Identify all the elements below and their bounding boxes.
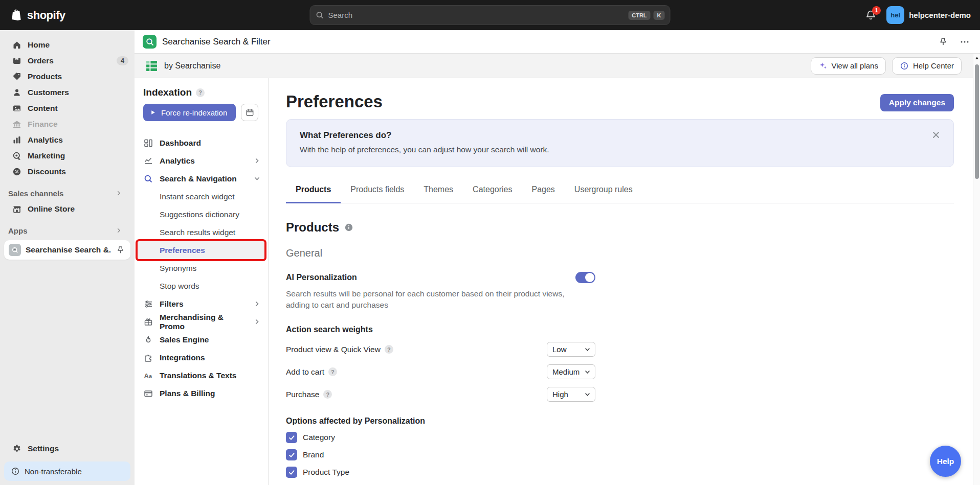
sidebar-item-marketing[interactable]: Marketing (0, 148, 135, 164)
help-badge[interactable]: ? (328, 367, 337, 376)
nav-item-integrations[interactable]: Integrations (135, 349, 268, 366)
nav-item-instant-search-widget[interactable]: Instant search widget (135, 188, 268, 205)
help-fab-button[interactable]: Help (930, 446, 961, 477)
scrollbar-thumb[interactable] (975, 64, 979, 179)
force-reindexation-button[interactable]: Force re-indexation (143, 104, 236, 121)
nav-item-translations-texts[interactable]: Aa Translations & Texts (135, 366, 268, 384)
nav-item-merchandising-promo[interactable]: Merchandising & Promo (135, 313, 268, 331)
line-chart-icon (143, 156, 153, 166)
searchanise-app-icon (9, 244, 21, 256)
apply-changes-button[interactable]: Apply changes (880, 94, 954, 111)
sidebar-item-content[interactable]: Content (0, 100, 135, 116)
brand-checkbox[interactable] (286, 449, 297, 460)
search-input[interactable] (328, 11, 626, 19)
pin-icon[interactable] (938, 37, 948, 47)
info-banner: What Preferences do? With the help of pr… (286, 119, 954, 167)
weight-row-product-view: Product view & Quick View ? Low (286, 342, 595, 357)
help-center-button[interactable]: Help Center (892, 57, 962, 75)
notifications-button[interactable]: 1 (864, 9, 877, 22)
tab-products-fields[interactable]: Products fields (341, 185, 414, 203)
info-icon[interactable] (344, 223, 353, 232)
weight-row-purchase: Purchase ? High (286, 387, 595, 402)
search-icon (316, 11, 324, 19)
option-category: Category (286, 432, 595, 443)
svg-text:a: a (149, 373, 152, 379)
more-menu-icon[interactable] (960, 37, 970, 47)
sidebar-item-analytics[interactable]: Analytics (0, 132, 135, 148)
sidebar-section-apps[interactable]: Apps (0, 223, 135, 238)
banner-title: What Preferences do? (300, 130, 940, 141)
flame-icon (143, 335, 153, 345)
shopify-admin: shopify CTRL K 1 hel helpcenter-demo (0, 0, 980, 485)
sidebar-item-settings[interactable]: Settings (0, 441, 135, 456)
pin-icon[interactable] (116, 245, 125, 255)
typography-icon: Aa (143, 371, 153, 381)
close-icon[interactable] (931, 130, 941, 140)
nav-item-filters[interactable]: Filters (135, 295, 268, 313)
tab-pages[interactable]: Pages (522, 185, 564, 203)
chevron-down-icon (253, 175, 261, 182)
sliders-icon (143, 299, 153, 309)
ai-personalization-label: AI Personalization (286, 273, 357, 282)
nav-item-suggestions-dictionary[interactable]: Suggestions dictionary (135, 205, 268, 223)
nav-item-preferences[interactable]: Preferences (138, 241, 264, 259)
vertical-scrollbar[interactable] (973, 54, 980, 485)
notification-count-badge: 1 (872, 6, 881, 15)
product-type-checkbox[interactable] (286, 467, 297, 478)
chevron-right-icon (253, 318, 261, 326)
help-badge[interactable]: ? (385, 345, 393, 354)
info-circle-icon (900, 61, 909, 71)
app-titlebar: Searchanise Search & Filter (135, 30, 980, 54)
chevron-down-icon (584, 346, 591, 353)
tab-usergroup-rules[interactable]: Usergroup rules (565, 185, 642, 203)
sidebar-item-customers[interactable]: Customers (0, 84, 135, 100)
home-icon (12, 40, 22, 50)
sidebar-item-products[interactable]: Products (0, 68, 135, 84)
user-menu[interactable]: hel helpcenter-demo (886, 6, 971, 24)
chevron-right-icon (115, 227, 122, 234)
nav-item-dashboard[interactable]: Dashboard (135, 134, 268, 152)
tab-themes[interactable]: Themes (414, 185, 463, 203)
sidebar-item-online-store[interactable]: Online Store (0, 201, 135, 217)
option-brand: Brand (286, 449, 595, 460)
category-checkbox[interactable] (286, 432, 297, 443)
main-sidebar: Home Orders 4 Products Customers Content (0, 30, 135, 485)
nav-item-search-navigation[interactable]: Search & Navigation (135, 170, 268, 188)
sidebar-item-finance[interactable]: Finance (0, 116, 135, 132)
store-name: helpcenter-demo (909, 11, 971, 19)
play-icon (149, 109, 157, 116)
ai-personalization-toggle[interactable] (575, 272, 595, 283)
nav-item-stop-words[interactable]: Stop words (135, 277, 268, 295)
scroll-up-arrow[interactable] (975, 56, 979, 60)
help-badge[interactable]: ? (196, 88, 205, 97)
nav-item-sales-engine[interactable]: Sales Engine (135, 331, 268, 349)
shopify-logo[interactable]: shopify (0, 8, 65, 22)
product-view-weight-select[interactable]: Low (547, 342, 595, 357)
section-title: Products (286, 220, 339, 235)
bar-chart-icon (12, 135, 22, 145)
add-to-cart-weight-select[interactable]: Medium (547, 364, 595, 379)
tab-products[interactable]: Products (286, 185, 341, 203)
global-search[interactable]: CTRL K (310, 5, 671, 25)
shopify-bag-icon (10, 8, 24, 22)
bank-icon (12, 119, 22, 129)
tab-categories[interactable]: Categories (463, 185, 522, 203)
purchase-weight-select[interactable]: High (547, 387, 595, 402)
nav-item-plans-billing[interactable]: Plans & Billing (135, 384, 268, 402)
sidebar-section-sales-channels[interactable]: Sales channels (0, 186, 135, 201)
sidebar-item-searchanise-app[interactable]: Searchanise Search &... (4, 240, 130, 260)
credit-card-icon (143, 388, 153, 399)
nav-item-analytics[interactable]: Analytics (135, 152, 268, 170)
chevron-right-icon (115, 190, 122, 197)
sidebar-item-discounts[interactable]: Discounts (0, 164, 135, 179)
sidebar-item-home[interactable]: Home (0, 37, 135, 53)
nav-item-search-results-widget[interactable]: Search results widget (135, 223, 268, 241)
schedule-indexation-button[interactable] (241, 104, 258, 121)
view-all-plans-button[interactable]: View all plans (811, 57, 886, 75)
calendar-icon (245, 108, 255, 118)
app-area: Searchanise Search & Filter by Searchani… (135, 30, 980, 485)
nav-item-synonyms[interactable]: Synonyms (135, 259, 268, 277)
help-badge[interactable]: ? (323, 390, 332, 399)
sidebar-item-orders[interactable]: Orders 4 (0, 53, 135, 68)
personalization-options-title: Options affected by Personalization (286, 417, 595, 426)
